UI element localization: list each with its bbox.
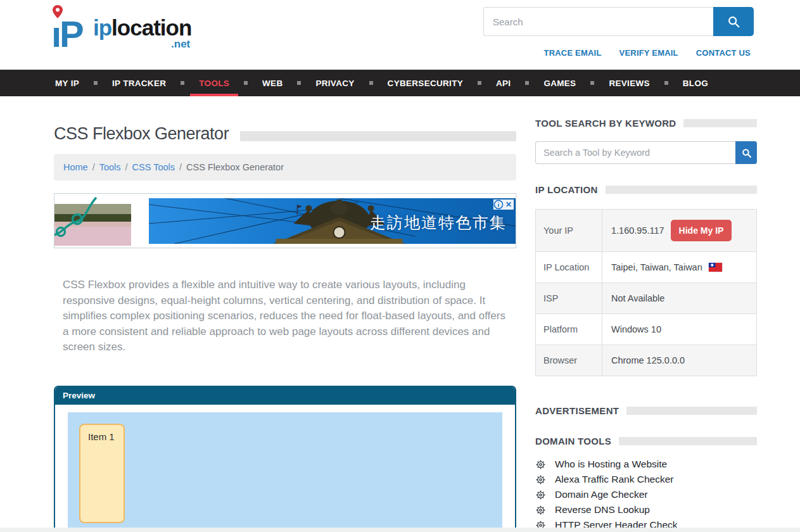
tool-search-input[interactable] bbox=[535, 141, 735, 164]
ad-left-photo bbox=[54, 196, 131, 246]
tool-search-button[interactable] bbox=[735, 141, 757, 164]
table-row-isp: ISP Not Available bbox=[535, 282, 757, 314]
breadcrumb-tools[interactable]: Tools bbox=[99, 162, 121, 172]
domain-tool-item[interactable]: Domain Age Checker bbox=[535, 489, 757, 500]
nav-separator bbox=[664, 81, 668, 85]
domain-tools-list: Who is Hosting a Website Alexa Traffic R… bbox=[535, 459, 757, 532]
flexbox-preview-container: Item 1 bbox=[68, 412, 502, 532]
ip-location-value: Taipei, Taiwan, Taiwan bbox=[611, 262, 702, 272]
nav-item-ip-tracker[interactable]: IP TRACKER bbox=[111, 70, 167, 96]
platform-value: Windows 10 bbox=[602, 314, 756, 345]
logo-word-ip: ip bbox=[93, 15, 111, 40]
header-links: TRACE EMAIL VERIFY EMAIL CONTACT US bbox=[544, 48, 751, 58]
header-search bbox=[483, 7, 754, 36]
nav-item-reviews[interactable]: REVIEWS bbox=[607, 70, 651, 96]
nav-separator bbox=[369, 81, 373, 85]
logo-word-location: location bbox=[111, 15, 191, 40]
domain-tools-heading: DOMAIN TOOLS bbox=[535, 436, 757, 446]
isp-value: Not Available bbox=[602, 283, 756, 314]
advertisement-heading: ADVERTISEMENT bbox=[535, 405, 757, 416]
page-bottom-strip bbox=[0, 528, 800, 532]
nav-separator bbox=[297, 81, 301, 85]
logo-wordmark: iplocation .net bbox=[93, 15, 191, 51]
nav-separator bbox=[590, 81, 594, 85]
preview-panel-header: Preview bbox=[55, 387, 515, 405]
content-column: CSS Flexbox Generator Home/Tools/CSS Too… bbox=[54, 124, 516, 532]
flexbox-item-1[interactable]: Item 1 bbox=[79, 424, 125, 523]
nav-item-tools[interactable]: TOOLS bbox=[198, 70, 231, 96]
nav-item-blog[interactable]: BLOG bbox=[682, 70, 709, 96]
table-row-your-ip: Your IP 1.160.95.117 Hide My IP bbox=[535, 209, 757, 251]
preview-panel-body: Item 1 bbox=[55, 405, 515, 532]
gear-icon bbox=[535, 474, 546, 485]
preview-panel: Preview Item 1 bbox=[54, 386, 516, 532]
heading-decoration-bar bbox=[626, 407, 757, 415]
breadcrumb-separator: / bbox=[125, 162, 128, 172]
trace-email-link[interactable]: TRACE EMAIL bbox=[544, 48, 602, 58]
header-search-input[interactable] bbox=[483, 7, 713, 36]
tool-search bbox=[535, 141, 757, 164]
gear-icon bbox=[535, 459, 546, 470]
ip-location-heading: IP LOCATION bbox=[535, 184, 757, 195]
table-row-platform: Platform Windows 10 bbox=[535, 314, 757, 345]
main-area: CSS Flexbox Generator Home/Tools/CSS Too… bbox=[0, 96, 800, 532]
nav-item-my-ip[interactable]: MY IP bbox=[54, 70, 80, 96]
tool-search-heading: TOOL SEARCH BY KEYWORD bbox=[535, 118, 757, 129]
your-ip-value: 1.160.95.117 bbox=[611, 225, 664, 236]
breadcrumb-current: CSS Flexbox Generator bbox=[186, 162, 284, 172]
breadcrumb: Home/Tools/CSS Tools/CSS Flexbox Generat… bbox=[54, 154, 516, 180]
breadcrumb-home[interactable]: Home bbox=[63, 162, 88, 172]
breadcrumb-separator: / bbox=[92, 162, 95, 172]
nav-item-privacy[interactable]: PRIVACY bbox=[314, 70, 355, 96]
ip-location-table: Your IP 1.160.95.117 Hide My IP IP Locat… bbox=[535, 209, 757, 376]
heading-decoration-bar bbox=[619, 437, 757, 445]
logo-ip-monogram: ıP bbox=[48, 4, 93, 57]
page-title: CSS Flexbox Generator bbox=[54, 124, 229, 144]
sidebar: TOOL SEARCH BY KEYWORD IP LOCATION Your … bbox=[535, 118, 757, 532]
header-search-button[interactable] bbox=[713, 7, 754, 36]
main-nav: MY IP IP TRACKER TOOLS WEB PRIVACY CYBER… bbox=[0, 70, 800, 96]
nav-separator bbox=[94, 81, 98, 85]
breadcrumb-css-tools[interactable]: CSS Tools bbox=[132, 162, 175, 172]
ad-close-icon[interactable]: ✕ bbox=[504, 200, 514, 210]
ad-headline: 走訪地道特色市集 bbox=[370, 212, 507, 233]
nav-item-web[interactable]: WEB bbox=[261, 70, 284, 96]
nav-separator bbox=[244, 81, 248, 85]
search-icon bbox=[741, 148, 752, 158]
ad-banner[interactable]: 走訪地道特色市集 ✕ bbox=[54, 193, 516, 248]
site-logo[interactable]: ıP iplocation .net bbox=[48, 4, 191, 57]
title-decoration-bar bbox=[240, 131, 516, 141]
search-icon bbox=[727, 15, 740, 28]
gear-icon bbox=[535, 505, 546, 516]
verify-email-link[interactable]: VERIFY EMAIL bbox=[619, 48, 678, 58]
heading-decoration-bar bbox=[683, 119, 757, 127]
contact-us-link[interactable]: CONTACT US bbox=[696, 48, 751, 58]
table-row-ip-location: IP Location Taipei, Taiwan, Taiwan bbox=[535, 251, 757, 282]
heading-decoration-bar bbox=[606, 186, 757, 194]
domain-tool-item[interactable]: Alexa Traffic Rank Checker bbox=[535, 474, 757, 485]
hide-my-ip-button[interactable]: Hide My IP bbox=[671, 220, 732, 241]
table-row-browser: Browser Chrome 125.0.0.0 bbox=[535, 345, 757, 376]
taiwan-flag-icon bbox=[709, 263, 722, 272]
nav-separator bbox=[525, 81, 529, 85]
gear-icon bbox=[535, 490, 546, 500]
browser-value: Chrome 125.0.0.0 bbox=[602, 345, 756, 376]
nav-separator bbox=[478, 81, 481, 85]
logo-monogram-text: ıP bbox=[51, 13, 82, 55]
tool-description: CSS Flexbox provides a flexible and intu… bbox=[54, 277, 507, 355]
nav-item-games[interactable]: GAMES bbox=[542, 70, 577, 96]
ad-creative: 走訪地道特色市集 ✕ bbox=[149, 198, 516, 244]
breadcrumb-separator: / bbox=[179, 162, 182, 172]
domain-tool-item[interactable]: Who is Hosting a Website bbox=[535, 459, 757, 470]
domain-tool-item[interactable]: Reverse DNS Lookup bbox=[535, 504, 757, 516]
site-header: ıP iplocation .net TRACE EMAIL VERIFY EM… bbox=[0, 0, 800, 70]
nav-item-cybersecurity[interactable]: CYBERSECURITY bbox=[386, 70, 464, 96]
nav-item-api[interactable]: API bbox=[495, 70, 512, 96]
nav-separator bbox=[181, 81, 184, 85]
ad-info-icon[interactable] bbox=[493, 200, 504, 210]
